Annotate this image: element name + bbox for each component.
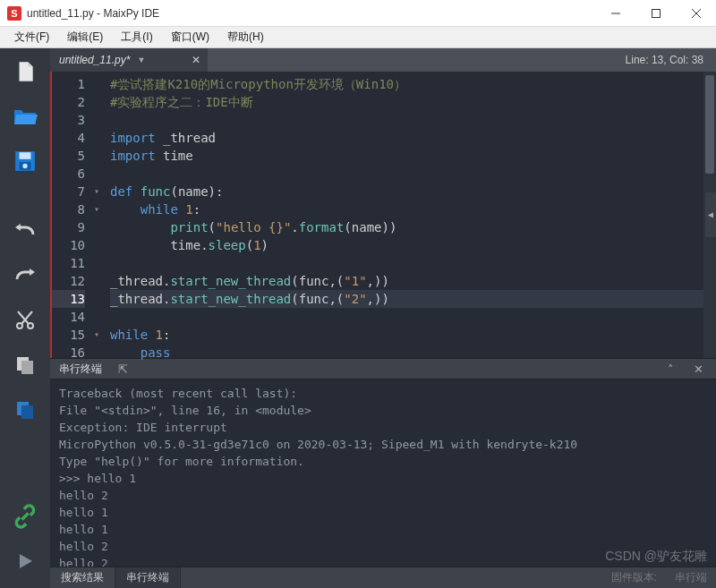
firmware-version-label: 固件版本: — [611, 570, 657, 585]
file-tab-bar: untitled_11.py* ▼ ✕ Line: 13, Col: 38 — [50, 48, 716, 72]
maximize-button[interactable] — [635, 0, 676, 27]
menu-edit[interactable]: 编辑(E) — [58, 27, 112, 47]
minimize-button[interactable] — [595, 0, 635, 27]
sidebar — [0, 48, 50, 588]
play-icon[interactable] — [11, 547, 39, 575]
paste-icon[interactable] — [11, 396, 39, 424]
file-tab-label: untitled_11.py* — [59, 54, 130, 66]
window-title: untitled_11.py - MaixPy IDE — [27, 7, 595, 20]
link-icon[interactable] — [11, 502, 39, 531]
svg-point-7 — [22, 164, 27, 168]
terminal-title: 串行终端 — [59, 362, 102, 377]
menu-file[interactable]: 文件(F) — [5, 27, 58, 47]
panel-collapse-icon[interactable]: ◀ — [705, 192, 716, 237]
svg-rect-15 — [21, 405, 33, 419]
menu-tools[interactable]: 工具(I) — [112, 27, 161, 47]
bottom-tab-bar: 搜索结果 串行终端 固件版本: 串行端 — [50, 567, 716, 588]
close-button[interactable] — [676, 0, 716, 27]
menubar: 文件(F) 编辑(E) 工具(I) 窗口(W) 帮助(H) — [0, 27, 716, 48]
terminal-output[interactable]: Traceback (most recent call last): File … — [50, 379, 716, 567]
fold-column[interactable]: ▾▾▾ — [90, 72, 103, 358]
tab-search-results[interactable]: 搜索结果 — [50, 567, 115, 588]
close-icon[interactable]: ✕ — [690, 362, 707, 376]
code-editor[interactable]: 12345678910111213141516 ▾▾▾ #尝试搭建K210的Mi… — [50, 72, 716, 358]
chevron-down-icon[interactable]: ▼ — [137, 55, 145, 64]
tab-serial-terminal[interactable]: 串行终端 — [115, 567, 181, 588]
file-tab[interactable]: untitled_11.py* ▼ — [50, 48, 184, 72]
menu-window[interactable]: 窗口(W) — [162, 27, 218, 47]
line-number-gutter: 12345678910111213141516 — [50, 72, 90, 358]
pin-icon[interactable]: ⇱ — [115, 362, 132, 376]
redo-icon[interactable] — [11, 261, 39, 290]
new-file-icon[interactable] — [11, 57, 39, 86]
save-icon[interactable] — [11, 147, 39, 175]
titlebar: S untitled_11.py - MaixPy IDE — [0, 0, 716, 27]
copy-icon[interactable] — [11, 351, 39, 379]
open-folder-icon[interactable] — [11, 102, 39, 131]
svg-rect-1 — [652, 9, 660, 17]
svg-rect-13 — [21, 361, 33, 374]
close-tab-button[interactable]: ✕ — [184, 48, 208, 72]
cut-icon[interactable] — [11, 306, 39, 335]
svg-rect-5 — [20, 152, 31, 159]
serial-port-label: 串行端 — [675, 570, 707, 585]
code-area[interactable]: #尝试搭建K210的Micropython开发环境（Win10）#实验程序之二：… — [103, 72, 716, 358]
menu-help[interactable]: 帮助(H) — [218, 27, 273, 47]
chevron-up-icon[interactable]: ˄ — [664, 362, 678, 376]
cursor-position: Line: 13, Col: 38 — [613, 48, 716, 72]
app-icon: S — [7, 6, 21, 21]
undo-icon[interactable] — [11, 217, 39, 245]
